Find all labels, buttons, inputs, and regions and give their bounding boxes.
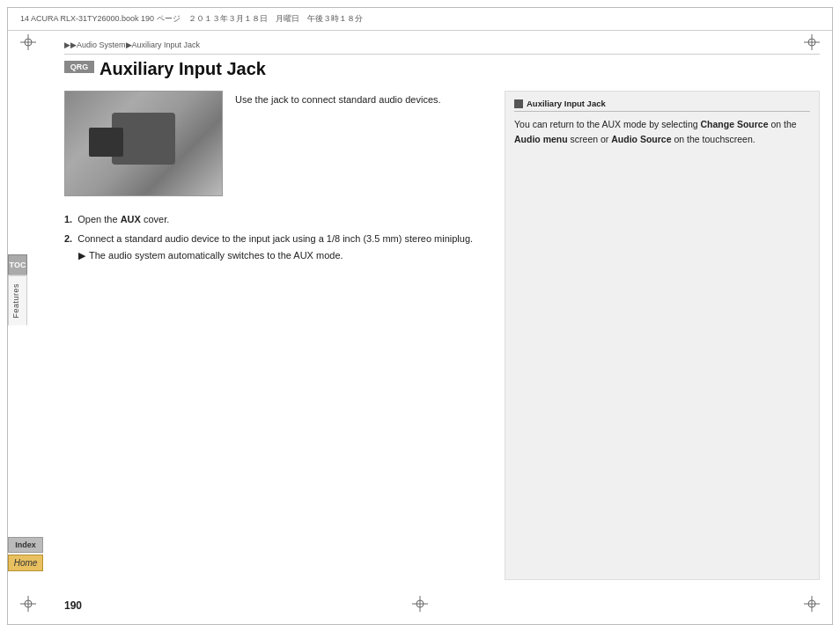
sub-bullet-text: The audio system automatically switches … [89, 250, 343, 261]
sidebar-bold3: Audio Source [611, 134, 671, 144]
step-2-num: 2. [64, 233, 72, 244]
sidebar-title-text: Auxiliary Input Jack [527, 99, 606, 108]
sidebar-title-icon [514, 99, 523, 108]
crosshair-bl [20, 596, 36, 612]
top-rule [64, 54, 820, 55]
header-bar: 14 ACURA RLX-31TY26000.book 190 ページ ２０１３… [8, 8, 832, 31]
left-nav: TOC Features [8, 254, 27, 326]
sidebar-text2: on the [769, 119, 797, 129]
step-1-bold: AUX [121, 214, 141, 224]
step-1-num: 1. [64, 214, 72, 224]
qrg-badge: QRG [64, 61, 94, 73]
sidebar-text1: You can return to the AUX mode by select… [514, 119, 701, 129]
page-number: 190 [64, 599, 82, 612]
crosshair-br [804, 596, 820, 612]
page-title: Auxiliary Input Jack [99, 59, 266, 79]
breadcrumb: ▶▶Audio System▶Auxiliary Input Jack [64, 40, 200, 49]
crosshair-tr [804, 34, 820, 50]
steps-list: 1. Open the AUX cover. 2. Connect a stan… [64, 212, 490, 261]
jack-image [64, 91, 223, 196]
left-column: Use the jack to connect standard audio d… [64, 91, 505, 580]
intro-text: Use the jack to connect standard audio d… [235, 92, 441, 203]
sidebar-text4: on the touchscreen. [672, 134, 755, 144]
main-content: Use the jack to connect standard audio d… [64, 91, 820, 580]
sub-bullet-arrow-icon: ▶ [78, 250, 85, 261]
sidebar-bold2: Audio menu [514, 134, 568, 144]
step-2: 2. Connect a standard audio device to th… [64, 231, 490, 247]
right-sidebar: Auxiliary Input Jack You can return to t… [505, 91, 820, 580]
jack-image-inner [65, 92, 222, 195]
page-container: 14 ACURA RLX-31TY26000.book 190 ページ ２０１３… [7, 7, 833, 625]
sidebar-bold1: Change Source [701, 119, 769, 129]
features-label: Features [8, 276, 27, 326]
crosshair-bc [412, 596, 428, 612]
crosshair-tl [20, 34, 36, 50]
bottom-left-nav: Index Home [8, 537, 43, 571]
sidebar-text3: screen or [568, 134, 612, 144]
sidebar-body: You can return to the AUX mode by select… [514, 117, 810, 147]
toc-tab[interactable]: TOC [8, 254, 27, 276]
file-info: 14 ACURA RLX-31TY26000.book 190 ページ ２０１３… [20, 13, 363, 25]
sidebar-title: Auxiliary Input Jack [514, 99, 810, 112]
index-tab[interactable]: Index [8, 537, 43, 553]
sub-bullet: ▶ The audio system automatically switche… [64, 250, 490, 261]
home-tab[interactable]: Home [8, 555, 43, 571]
step-1: 1. Open the AUX cover. [64, 212, 490, 228]
